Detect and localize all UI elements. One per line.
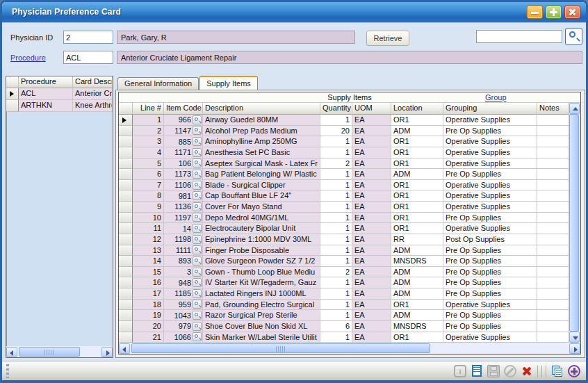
procedure-input[interactable] (63, 51, 113, 64)
notes-cell[interactable] (537, 234, 569, 245)
row-selector[interactable] (6, 88, 19, 100)
line-number-cell[interactable]: 3 (133, 136, 164, 147)
uom-cell[interactable]: EA (352, 277, 391, 288)
quantity-cell[interactable]: 2 (320, 267, 352, 278)
uom-cell[interactable]: EA (352, 288, 391, 300)
description-cell[interactable]: IV Starter Kit W/Tegaderm, Gauz (203, 277, 320, 288)
add-icon[interactable] (568, 365, 580, 377)
item-lookup-button[interactable] (193, 181, 202, 190)
minimize-button[interactable] (527, 6, 543, 19)
item-lookup-button[interactable] (193, 245, 202, 254)
line-number-cell[interactable]: 21 (133, 332, 164, 343)
line-number-cell[interactable]: 15 (133, 267, 164, 278)
table-row[interactable]: 191043Razor Surgical Prep Sterile1EAADMP… (119, 310, 569, 321)
uom-cell[interactable]: EA (352, 190, 391, 202)
table-row[interactable]: 1966Airway Guedel 80MM1EAOR1Operative Su… (119, 115, 569, 126)
grouping-cell[interactable]: Operative Supplies (443, 115, 537, 126)
location-cell[interactable]: ADM (391, 310, 443, 321)
line-number-cell[interactable]: 20 (133, 321, 164, 332)
grouping-cell[interactable]: Operative Supplies (443, 300, 537, 311)
table-row[interactable]: 153Gown - Thumb Loop Blue Mediu2EAADMPre… (119, 267, 569, 278)
notes-cell[interactable] (537, 115, 569, 126)
grouping-cell[interactable]: Operative Supplies (443, 158, 537, 170)
card-description-column-header[interactable]: Card Descri (73, 76, 113, 88)
grouping-cell[interactable]: Operative Supplies (443, 223, 537, 234)
quantity-cell[interactable]: 1 (320, 136, 352, 147)
location-cell[interactable]: MNSDRS (391, 256, 443, 267)
physician-id-input[interactable] (63, 31, 113, 44)
description-cell[interactable]: Electrocautery Bipolar Unit (203, 223, 320, 234)
quantity-cell[interactable]: 6 (320, 321, 352, 332)
notes-cell[interactable] (537, 126, 569, 137)
grouping-cell[interactable]: Operative Supplies (443, 332, 537, 343)
quantity-cell[interactable]: 2 (320, 158, 352, 170)
uom-cell[interactable]: EA (352, 256, 391, 267)
scroll-up-icon[interactable] (569, 103, 580, 114)
uom-cell[interactable]: EA (352, 169, 391, 180)
location-cell[interactable]: OR1 (391, 213, 443, 224)
quantity-cell[interactable]: 1 (320, 245, 352, 256)
item-lookup-button[interactable] (193, 115, 202, 124)
description-cell[interactable]: Bag Patient Belonging W/ Plastic (203, 169, 320, 180)
quantity-cell[interactable]: 1 (320, 234, 352, 245)
row-selector[interactable] (119, 180, 133, 191)
table-row[interactable]: 61173Bag Patient Belonging W/ Plastic1EA… (119, 169, 569, 180)
item-code-column-header[interactable]: Item Code (164, 103, 203, 115)
procedure-list-hscrollbar[interactable] (6, 346, 113, 357)
line-number-cell[interactable]: 18 (133, 300, 164, 311)
location-cell[interactable]: OR1 (391, 158, 443, 170)
item-lookup-button[interactable] (193, 213, 202, 222)
location-cell[interactable]: ADM (391, 245, 443, 256)
table-row[interactable]: 21147Alcohol Prep Pads Medium20EAADMPre … (119, 126, 569, 137)
quantity-cell[interactable]: 1 (320, 202, 352, 213)
item-code-cell[interactable]: 1147 (164, 126, 203, 137)
row-selector[interactable] (119, 321, 133, 332)
line-number-cell[interactable]: 16 (133, 277, 164, 288)
grouping-cell[interactable]: Operative Supplies (443, 180, 537, 191)
table-row[interactable]: 16948IV Starter Kit W/Tegaderm, Gauz1EAA… (119, 277, 569, 288)
uom-cell[interactable]: EA (352, 126, 391, 137)
location-column-header[interactable]: Location (391, 103, 443, 115)
item-lookup-button[interactable] (193, 289, 202, 298)
quantity-cell[interactable]: 1 (320, 115, 352, 126)
quantity-cell[interactable]: 1 (320, 180, 352, 191)
table-row[interactable]: ARTHKNKnee Arthros (6, 100, 113, 112)
item-lookup-button[interactable] (193, 158, 202, 168)
notes-cell[interactable] (537, 310, 569, 321)
table-row[interactable]: 91136Cover For Mayo Stand1EAOR1Operative… (119, 202, 569, 213)
row-selector[interactable] (119, 310, 133, 321)
description-cell[interactable]: Gown - Thumb Loop Blue Mediu (203, 267, 320, 278)
item-code-cell[interactable]: 1043 (164, 310, 203, 321)
scroll-right-icon[interactable] (569, 343, 580, 354)
line-number-cell[interactable]: 4 (133, 147, 164, 158)
procedure-cell[interactable]: ARTHKN (19, 100, 73, 112)
item-code-cell[interactable]: 1111 (164, 245, 203, 256)
search-input[interactable] (476, 30, 562, 43)
procedure-cell[interactable]: ACL (19, 88, 73, 100)
description-cell[interactable]: Pad, Grounding Electro Surgical (203, 300, 320, 311)
grouping-cell[interactable]: Operative Supplies (443, 136, 537, 147)
line-number-cell[interactable]: 5 (133, 158, 164, 170)
description-cell[interactable]: Finger Probe Disposable (203, 245, 320, 256)
uom-column-header[interactable]: UOM (352, 103, 391, 115)
notes-cell[interactable] (537, 332, 569, 343)
row-selector[interactable] (119, 147, 133, 158)
row-selector[interactable] (119, 126, 133, 137)
description-cell[interactable]: Blade - Surgical Clipper (203, 180, 320, 191)
item-lookup-button[interactable] (193, 256, 202, 266)
copy-icon[interactable] (551, 365, 564, 377)
search-button[interactable] (565, 28, 582, 45)
item-lookup-button[interactable] (193, 322, 202, 331)
notes-cell[interactable] (537, 245, 569, 256)
item-code-cell[interactable]: 1197 (164, 213, 203, 224)
item-code-cell[interactable]: 1198 (164, 234, 203, 245)
grouping-cell[interactable]: Pre Op Supplies (443, 126, 537, 137)
item-code-cell[interactable]: 966 (164, 115, 203, 126)
uom-cell[interactable]: EA (352, 300, 391, 311)
row-selector[interactable] (119, 115, 133, 126)
table-row[interactable]: 211066Skin Marker W/Label Sterile Utilit… (119, 332, 569, 343)
scroll-left-icon[interactable] (6, 347, 17, 357)
quantity-cell[interactable]: 1 (320, 256, 352, 267)
grouping-cell[interactable]: Pre Op Supplies (443, 256, 537, 267)
notes-cell[interactable] (537, 267, 569, 278)
